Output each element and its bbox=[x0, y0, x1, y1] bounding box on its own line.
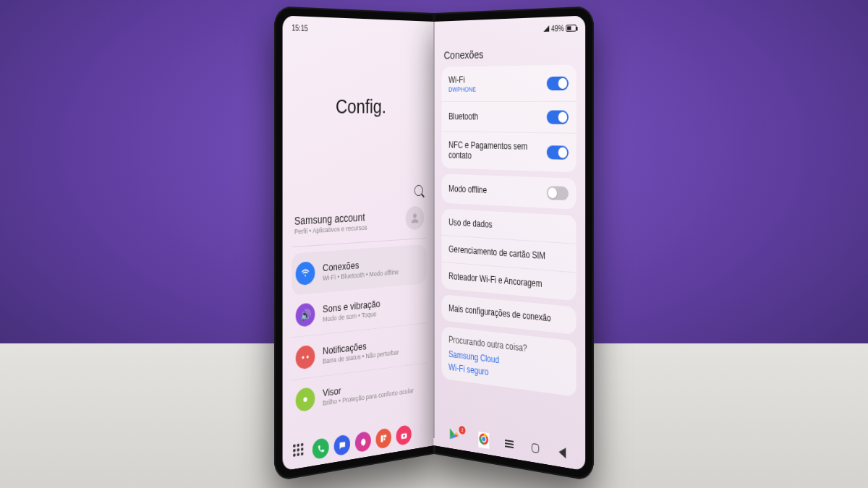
nfc-row[interactable]: NFC e Pagamentos sem contato bbox=[441, 131, 576, 172]
row-label: Gerenciamento de cartão SIM bbox=[448, 244, 569, 262]
wifi-network-name: DWPHONE bbox=[448, 85, 547, 93]
bluetooth-row[interactable]: Bluetooth bbox=[441, 101, 576, 133]
svg-rect-7 bbox=[383, 438, 385, 440]
messages-app-icon[interactable] bbox=[334, 434, 350, 456]
notification-badge: 2 bbox=[459, 425, 466, 435]
search-icon[interactable] bbox=[414, 185, 423, 197]
svg-point-0 bbox=[413, 213, 417, 218]
battery-icon bbox=[566, 24, 576, 31]
row-label: Modo offline bbox=[448, 184, 547, 198]
status-time: 15:15 bbox=[292, 23, 307, 32]
row-label: Mais configurações de conexão bbox=[448, 303, 569, 325]
avatar-icon bbox=[406, 206, 425, 231]
detail-title: Conexões bbox=[444, 46, 574, 61]
foldable-device: 15:15 Config. Samsung account Perfil • A… bbox=[246, 13, 622, 461]
connections-toggle-card: Wi-Fi DWPHONE Bluetooth NFC e Pagamentos… bbox=[441, 65, 576, 173]
nfc-toggle[interactable] bbox=[547, 145, 569, 160]
signal-icon bbox=[543, 25, 549, 32]
svg-rect-5 bbox=[381, 435, 383, 442]
svg-point-1 bbox=[305, 275, 306, 276]
battery-percent: 49% bbox=[551, 24, 564, 33]
row-label: Uso de dados bbox=[448, 217, 569, 234]
wifi-row[interactable]: Wi-Fi DWPHONE bbox=[441, 65, 576, 101]
back-button[interactable] bbox=[557, 445, 569, 461]
camera-app-icon[interactable] bbox=[396, 424, 412, 446]
flipboard-app-icon[interactable] bbox=[376, 427, 392, 449]
row-label: NFC e Pagamentos sem contato bbox=[448, 140, 547, 163]
airplane-mode-toggle[interactable] bbox=[547, 186, 569, 200]
page-title: Config. bbox=[292, 95, 426, 119]
svg-rect-6 bbox=[383, 435, 386, 437]
svg-point-2 bbox=[302, 356, 304, 359]
display-icon bbox=[296, 387, 315, 413]
recents-button[interactable] bbox=[503, 437, 514, 452]
bluetooth-toggle[interactable] bbox=[547, 111, 569, 124]
notifications-icon bbox=[296, 345, 315, 370]
status-bar-right: 49% bbox=[441, 21, 576, 39]
wifi-toggle[interactable] bbox=[547, 76, 569, 90]
home-button[interactable] bbox=[530, 440, 542, 455]
offline-card: Modo offline bbox=[441, 174, 576, 209]
play-store-icon[interactable]: 2 bbox=[448, 426, 464, 445]
gallery-app-icon[interactable] bbox=[355, 431, 371, 453]
looking-for-card: Procurando outra coisa? Samsung Cloud Wi… bbox=[441, 326, 576, 397]
phone-app-icon[interactable] bbox=[312, 437, 329, 460]
svg-point-4 bbox=[303, 397, 307, 402]
chrome-icon[interactable] bbox=[478, 431, 489, 448]
row-label: Roteador Wi-Fi e Ancoragem bbox=[448, 271, 569, 292]
status-bar-left: 15:15 bbox=[292, 21, 426, 39]
speaker-icon bbox=[296, 302, 315, 328]
airplane-mode-row[interactable]: Modo offline bbox=[441, 174, 576, 209]
data-links-card: Uso de dados Gerenciamento de cartão SIM… bbox=[441, 209, 576, 301]
row-label: Bluetooth bbox=[448, 111, 547, 122]
app-drawer-icon[interactable] bbox=[293, 442, 307, 462]
row-label: Wi-Fi bbox=[448, 74, 547, 85]
samsung-account-row[interactable]: Samsung account Perfil • Aplicativos e r… bbox=[292, 200, 426, 248]
wifi-icon bbox=[296, 261, 315, 286]
svg-point-3 bbox=[307, 356, 309, 359]
